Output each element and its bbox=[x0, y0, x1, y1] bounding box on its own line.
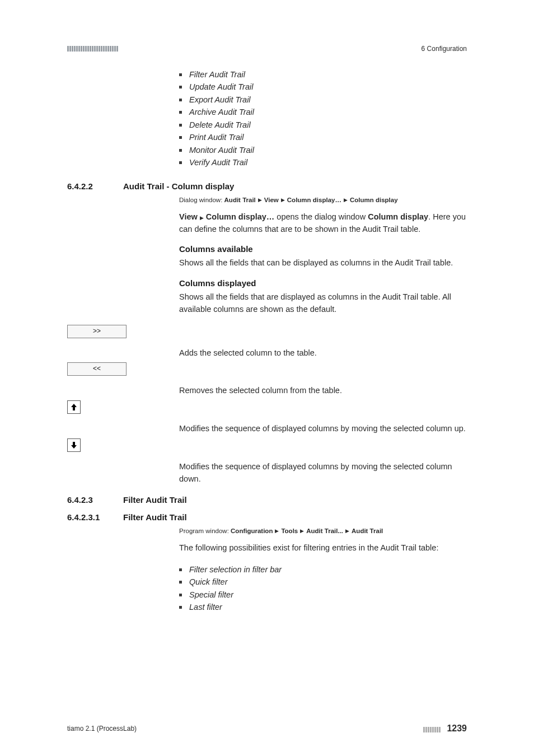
section-heading: 6.4.2.2 Audit Trail - Column display bbox=[67, 181, 467, 191]
triangle-right-icon: ▶ bbox=[300, 528, 304, 534]
list-item: Update Audit Trail bbox=[179, 81, 467, 93]
page-footer: tiamo 2.1 (ProcessLab) 1239 bbox=[67, 724, 467, 734]
triangle-right-icon: ▶ bbox=[275, 528, 279, 534]
control-row: << Removes the selected column from the … bbox=[67, 362, 467, 397]
list-item: Verify Audit Trail bbox=[179, 156, 467, 169]
body-text: The following possibilities exist for fi… bbox=[179, 542, 467, 554]
add-column-button[interactable]: >> bbox=[67, 325, 127, 338]
section-title: Filter Audit Trail bbox=[123, 495, 467, 505]
section-heading: 6.4.2.3 Filter Audit Trail bbox=[67, 495, 467, 505]
remove-column-button[interactable]: << bbox=[67, 362, 127, 376]
section-title: Audit Trail - Column display bbox=[123, 181, 467, 191]
list-item: Special filter bbox=[179, 589, 467, 601]
inline-bold: Column display… bbox=[206, 212, 274, 221]
filter-bullet-list: Filter selection in filter bar Quick fil… bbox=[179, 563, 467, 614]
breadcrumb-item: Column display… bbox=[287, 197, 341, 203]
breadcrumb-item: Column display bbox=[350, 197, 398, 203]
list-item: Last filter bbox=[179, 601, 467, 613]
move-down-button[interactable] bbox=[67, 438, 81, 452]
control-icon-cell: >> bbox=[67, 325, 179, 338]
page-number: 1239 bbox=[447, 724, 467, 733]
triangle-right-icon: ▶ bbox=[258, 197, 262, 203]
list-item: Quick filter bbox=[179, 576, 467, 588]
triangle-right-icon: ▶ bbox=[345, 528, 349, 534]
control-description: Modifies the sequence of displayed colum… bbox=[179, 438, 467, 486]
triangle-right-icon: ▶ bbox=[344, 197, 348, 203]
dialog-window-path: Dialog window: Audit Trail▶View▶Column d… bbox=[179, 197, 467, 203]
body-text: Shows all the fields that are displayed … bbox=[179, 291, 467, 316]
inline-bold: Column display bbox=[368, 212, 428, 221]
triangle-right-icon: ▶ bbox=[200, 215, 204, 221]
list-item: Monitor Audit Trail bbox=[179, 144, 467, 156]
program-path-label: Program window: bbox=[179, 528, 229, 534]
section-number: 6.4.2.3.1 bbox=[67, 512, 123, 522]
section-number: 6.4.2.3 bbox=[67, 495, 123, 505]
control-description: Adds the selected column to the table. bbox=[179, 325, 467, 360]
list-item: Delete Audit Trail bbox=[179, 119, 467, 131]
triangle-right-icon: ▶ bbox=[281, 197, 285, 203]
intro-bullet-list: Filter Audit Trail Update Audit Trail Ex… bbox=[179, 68, 467, 169]
control-icon-cell bbox=[67, 400, 179, 414]
breadcrumb-item: Audit Trail... bbox=[306, 528, 343, 534]
footer-page-block: 1239 bbox=[423, 724, 467, 734]
control-icon-cell: << bbox=[67, 362, 179, 376]
program-window-path: Program window: Configuration▶Tools▶Audi… bbox=[179, 528, 467, 534]
arrow-up-icon bbox=[70, 403, 78, 411]
header-ticks-icon bbox=[67, 46, 118, 52]
control-row: >> Adds the selected column to the table… bbox=[67, 325, 467, 360]
list-item: Filter Audit Trail bbox=[179, 68, 467, 81]
control-icon-cell bbox=[67, 438, 179, 452]
arrow-down-icon bbox=[70, 441, 78, 449]
dialog-path-label: Dialog window: bbox=[179, 197, 222, 203]
inline-text: opens the dialog window bbox=[274, 212, 368, 221]
chapter-label: 6 Configuration bbox=[421, 45, 467, 53]
footer-product: tiamo 2.1 (ProcessLab) bbox=[67, 725, 137, 732]
control-row: Modifies the sequence of displayed colum… bbox=[67, 438, 467, 486]
list-item: Filter selection in filter bar bbox=[179, 563, 467, 576]
breadcrumb-item: View bbox=[264, 197, 279, 203]
list-item: Print Audit Trail bbox=[179, 131, 467, 143]
inline-bold: View bbox=[179, 212, 198, 221]
list-item: Archive Audit Trail bbox=[179, 106, 467, 118]
body-text: Shows all the fields that can be display… bbox=[179, 257, 467, 269]
control-description: Removes the selected column from the tab… bbox=[179, 362, 467, 397]
section-title: Filter Audit Trail bbox=[123, 512, 467, 522]
section-heading: 6.4.2.3.1 Filter Audit Trail bbox=[67, 512, 467, 522]
subheading: Columns displayed bbox=[179, 278, 467, 288]
page-header: 6 Configuration bbox=[67, 45, 467, 53]
control-description: Modifies the sequence of displayed colum… bbox=[179, 400, 467, 435]
subheading: Columns available bbox=[179, 244, 467, 254]
section-number: 6.4.2.2 bbox=[67, 181, 123, 191]
breadcrumb-item: Audit Trail bbox=[224, 197, 256, 203]
breadcrumb-item: Configuration bbox=[231, 528, 273, 534]
breadcrumb-item: Audit Trail bbox=[352, 528, 383, 534]
section-paragraph: View ▶ Column display… opens the dialog … bbox=[179, 211, 467, 236]
footer-ticks-icon bbox=[423, 727, 441, 732]
breadcrumb-item: Tools bbox=[281, 528, 298, 534]
move-up-button[interactable] bbox=[67, 400, 81, 414]
list-item: Export Audit Trail bbox=[179, 94, 467, 106]
control-row: Modifies the sequence of displayed colum… bbox=[67, 400, 467, 435]
